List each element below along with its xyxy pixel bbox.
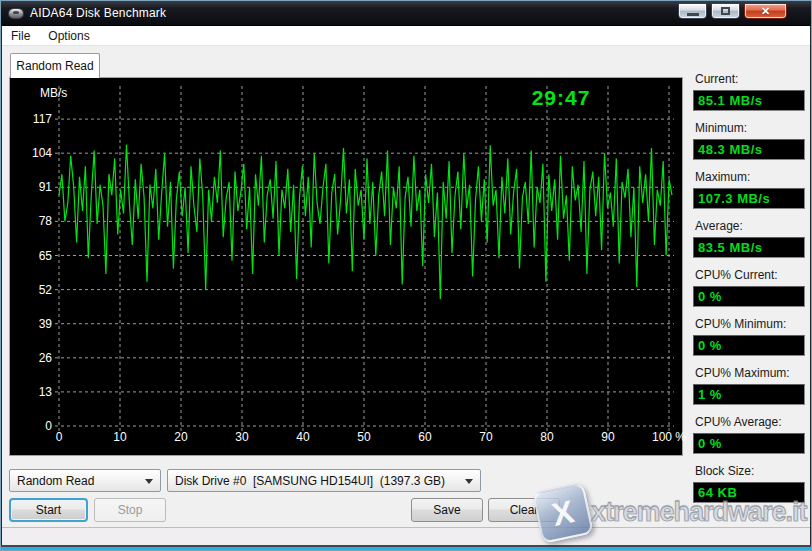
chevron-down-icon [145,479,153,484]
y-axis-tick-label: 52 [16,283,52,297]
x-axis-tick-label: 0 [34,430,84,444]
y-axis-tick-label: 117 [16,112,52,126]
window-title: AIDA64 Disk Benchmark [30,6,166,20]
y-axis-tick-label: 26 [16,351,52,365]
stats-panel: Current:85.1 MB/sMinimum:48.3 MB/sMaximu… [693,72,805,513]
x-axis-tick-label: 70 [461,430,511,444]
minimize-icon [687,13,699,16]
chart-canvas [10,78,682,455]
y-axis-tick-label: 78 [16,214,52,228]
app-window: AIDA64 Disk Benchmark ✕ File Options Ran… [0,0,812,551]
x-axis-tick-label: 90 [583,430,633,444]
elapsed-time: 29:47 [515,86,607,110]
x-axis-tick-label: 30 [217,430,267,444]
stat-block: Maximum:107.3 MB/s [693,170,805,209]
maximize-button[interactable] [711,3,740,19]
menu-options[interactable]: Options [39,27,98,45]
stat-label: Minimum: [695,121,805,135]
x-axis-tick-label: 20 [156,430,206,444]
benchmark-type-value: Random Read [17,474,94,488]
stat-label: Current: [695,72,805,86]
stat-label: CPU% Average: [695,415,805,429]
x-axis-tick-label: 60 [400,430,450,444]
stat-value: 1 % [693,384,805,405]
stat-value: 64 KB [693,482,805,503]
stat-block: Block Size:64 KB [693,464,805,503]
stop-button: Stop [94,498,166,522]
y-axis-tick-label: 13 [16,385,52,399]
x-axis-tick-label: 50 [339,430,389,444]
x-axis-tick-label: 100 % [644,430,694,444]
disk-drive-value: Disk Drive #0 [SAMSUNG HD154UI] (1397.3 … [175,474,445,488]
y-axis-tick-label: 91 [16,180,52,194]
y-axis-tick-label: 65 [16,249,52,263]
save-button[interactable]: Save [411,498,483,522]
disk-app-icon [8,8,24,19]
x-axis-tick-label: 40 [278,430,328,444]
close-button[interactable]: ✕ [744,3,787,19]
stat-value: 83.5 MB/s [693,237,805,258]
title-bar: AIDA64 Disk Benchmark ✕ [1,1,811,26]
benchmark-type-select[interactable]: Random Read [9,469,161,492]
start-button[interactable]: Start [9,498,88,522]
benchmark-chart: 1171049178655239261300102030405060708090… [9,77,683,456]
stat-value: 0 % [693,286,805,307]
clear-button[interactable]: Clear [488,498,560,522]
stat-value: 85.1 MB/s [693,90,805,111]
stat-label: Average: [695,219,805,233]
stat-value: 0 % [693,433,805,454]
stat-block: Current:85.1 MB/s [693,72,805,111]
x-axis-tick-label: 80 [522,430,572,444]
stat-block: Average:83.5 MB/s [693,219,805,258]
stat-value: 48.3 MB/s [693,139,805,160]
menu-file[interactable]: File [2,27,39,45]
stat-block: CPU% Minimum:0 % [693,317,805,356]
stat-label: CPU% Minimum: [695,317,805,331]
y-axis-tick-label: 104 [16,146,52,160]
y-axis-unit-label: MB/s [40,86,67,100]
stat-value: 0 % [693,335,805,356]
status-bar [2,527,810,545]
maximize-icon [721,7,730,15]
minimize-button[interactable] [678,3,707,19]
stat-block: CPU% Maximum:1 % [693,366,805,405]
tab-random-read[interactable]: Random Read [10,53,100,78]
stat-block: CPU% Current:0 % [693,268,805,307]
stat-label: CPU% Current: [695,268,805,282]
disk-drive-select[interactable]: Disk Drive #0 [SAMSUNG HD154UI] (1397.3 … [167,469,481,492]
stat-block: CPU% Average:0 % [693,415,805,454]
stat-value: 107.3 MB/s [693,188,805,209]
stat-label: Maximum: [695,170,805,184]
x-axis-tick-label: 10 [95,430,145,444]
stat-label: Block Size: [695,464,805,478]
y-axis-tick-label: 39 [16,317,52,331]
stat-label: CPU% Maximum: [695,366,805,380]
menu-bar: File Options [2,26,810,46]
stat-block: Minimum:48.3 MB/s [693,121,805,160]
chevron-down-icon [465,479,473,484]
window-controls: ✕ [678,3,787,19]
